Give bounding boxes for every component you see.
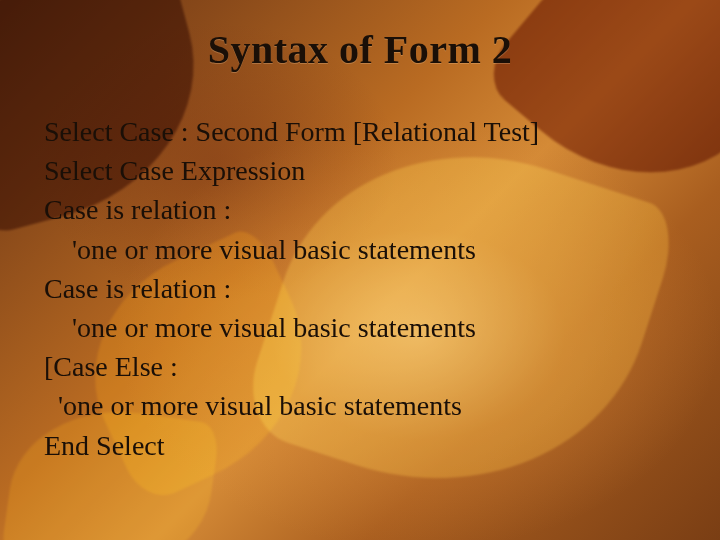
body-line: Select Case Expression [44,151,690,190]
body-line: Case is relation : [44,190,690,229]
body-line: End Select [44,426,690,465]
body-line: Select Case : Second Form [Relational Te… [44,112,690,151]
slide-body: Select Case : Second Form [Relational Te… [44,112,690,465]
slide: Syntax of Form 2 Select Case : Second Fo… [0,0,720,540]
body-line: 'one or more visual basic statements [44,386,690,425]
slide-title: Syntax of Form 2 [0,26,720,73]
body-line: Case is relation : [44,269,690,308]
body-line: 'one or more visual basic statements [44,230,690,269]
body-line: 'one or more visual basic statements [44,308,690,347]
body-line: [Case Else : [44,347,690,386]
